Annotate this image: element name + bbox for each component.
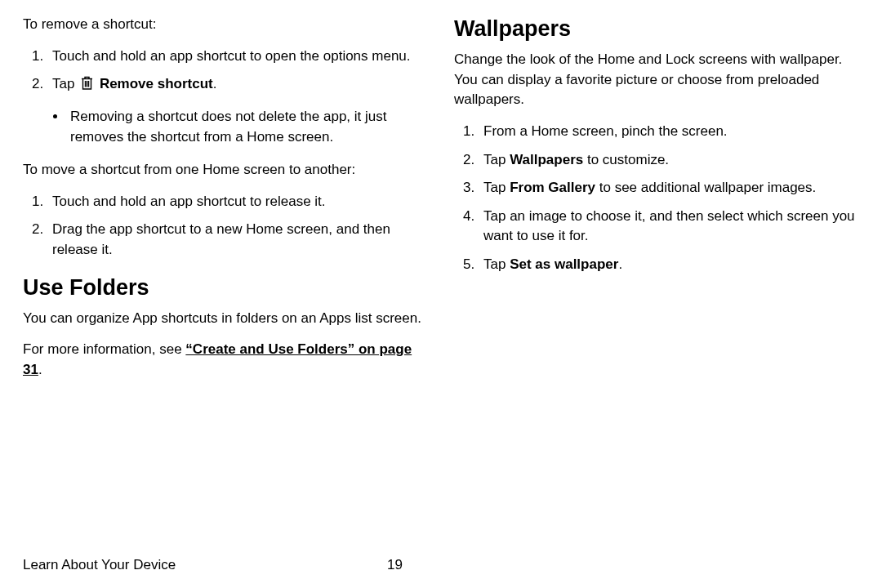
wall-step-5: Tap Set as wallpaper. xyxy=(479,255,859,275)
move-step-2: Drag the app shortcut to a new Home scre… xyxy=(47,220,428,260)
page-content: To remove a shortcut: Touch and hold an … xyxy=(0,0,882,392)
use-folders-ref: For more information, see “Create and Us… xyxy=(23,340,428,380)
left-column: To remove a shortcut: Touch and hold an … xyxy=(23,15,428,392)
move-step-1: Touch and hold an app shortcut to releas… xyxy=(47,192,428,212)
remove-note-1: Removing a shortcut does not delete the … xyxy=(67,107,428,147)
from-gallery-label: From Gallery xyxy=(510,180,595,195)
remove-step-2: Tap Remove shortcut. xyxy=(47,74,428,97)
step-text-post: . xyxy=(213,76,217,91)
move-shortcut-intro: To move a shortcut from one Home screen … xyxy=(23,160,428,180)
wallpapers-label: Wallpapers xyxy=(510,152,583,167)
step-text-post: to see additional wallpaper images. xyxy=(595,180,816,195)
remove-shortcut-label: Remove shortcut xyxy=(100,76,213,91)
wall-step-4: Tap an image to choose it, and then sele… xyxy=(479,207,859,247)
step-text-post: to customize. xyxy=(583,152,669,167)
ref-text-pre: For more information, see xyxy=(23,341,185,357)
wallpapers-steps: From a Home screen, pinch the screen. Ta… xyxy=(454,122,859,275)
step-text-pre: Tap xyxy=(483,180,510,195)
use-folders-heading: Use Folders xyxy=(23,275,428,301)
ref-text-post: . xyxy=(38,362,42,377)
wallpapers-heading: Wallpapers xyxy=(454,16,859,42)
page-number: 19 xyxy=(387,557,403,573)
wall-step-2: Tap Wallpapers to customize. xyxy=(479,150,859,171)
wall-step-1: From a Home screen, pinch the screen. xyxy=(479,122,859,142)
set-as-wallpaper-label: Set as wallpaper xyxy=(510,256,618,272)
move-shortcut-steps: Touch and hold an app shortcut to releas… xyxy=(23,192,428,261)
step-text-post: . xyxy=(618,256,622,272)
step-text-pre: Tap xyxy=(483,152,510,167)
remove-shortcut-intro: To remove a shortcut: xyxy=(23,15,428,35)
use-folders-desc: You can organize App shortcuts in folder… xyxy=(23,309,428,329)
step-text-pre: Tap xyxy=(52,76,78,91)
wall-step-3: Tap From Gallery to see additional wallp… xyxy=(479,178,859,198)
page-footer: Learn About Your Device 19 xyxy=(23,557,431,573)
remove-step-1: Touch and hold an app shortcut to open t… xyxy=(47,47,428,67)
right-column: Wallpapers Change the look of the Home a… xyxy=(454,15,859,392)
step-text-pre: Tap xyxy=(483,256,510,272)
trash-icon xyxy=(80,75,94,97)
remove-shortcut-notes: Removing a shortcut does not delete the … xyxy=(23,107,428,147)
remove-shortcut-steps: Touch and hold an app shortcut to open t… xyxy=(23,47,428,97)
footer-section-title: Learn About Your Device xyxy=(23,557,176,573)
wallpapers-intro: Change the look of the Home and Lock scr… xyxy=(454,50,859,110)
